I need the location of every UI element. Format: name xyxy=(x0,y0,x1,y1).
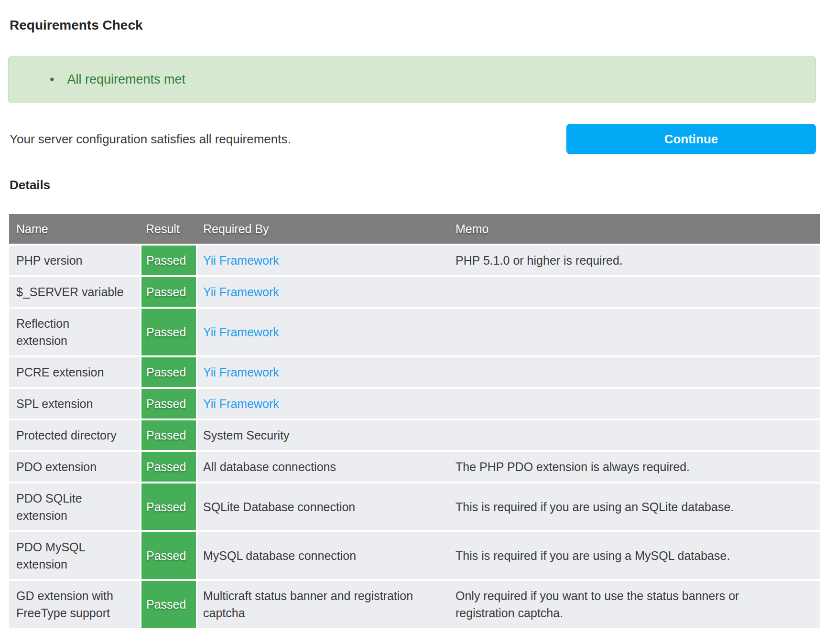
requirement-name-cell: PHP version xyxy=(9,246,140,277)
details-heading: Details xyxy=(10,179,824,192)
requirements-table: Name Result Required By Memo PHP version… xyxy=(9,214,820,630)
memo-cell xyxy=(448,357,820,389)
table-header-row: Name Result Required By Memo xyxy=(9,214,820,246)
memo-cell xyxy=(448,277,820,309)
required-by-cell: Yii Framework xyxy=(197,389,448,420)
required-by-link[interactable]: Yii Framework xyxy=(203,397,279,410)
requirement-name-cell: Protected directory xyxy=(9,420,140,452)
continue-button[interactable]: Continue xyxy=(566,124,816,154)
memo-cell: This is required if you are using an SQL… xyxy=(448,483,820,532)
required-by-text: SQLite Database connection xyxy=(203,500,355,514)
required-by-link[interactable]: Yii Framework xyxy=(203,325,279,339)
result-passed-badge: Passed xyxy=(140,420,197,452)
summary-text: Your server configuration satisfies all … xyxy=(10,132,291,147)
required-by-cell: Yii Framework xyxy=(197,357,448,389)
table-row: PDO MySQL extension Passed MySQL databas… xyxy=(9,532,820,581)
required-by-text: Multicraft status banner and registratio… xyxy=(203,589,413,620)
result-passed-badge: Passed xyxy=(140,389,197,420)
required-by-cell: All database connections xyxy=(197,452,448,483)
required-by-text: All database connections xyxy=(203,460,336,473)
requirement-name-cell: PCRE extension xyxy=(9,357,140,389)
alert-message: All requirements met xyxy=(67,72,185,87)
requirement-name-cell: PDO MySQL extension xyxy=(9,532,140,581)
table-row: PHP version Passed Yii Framework PHP 5.1… xyxy=(9,246,820,277)
required-by-link[interactable]: Yii Framework xyxy=(203,365,279,379)
required-by-cell: SQLite Database connection xyxy=(197,483,448,532)
table-row: $_SERVER variable Passed Yii Framework xyxy=(9,277,820,309)
requirement-name-cell: Reflection extension xyxy=(9,309,140,357)
required-by-text: System Security xyxy=(203,429,290,442)
table-row: SPL extension Passed Yii Framework xyxy=(9,389,820,420)
column-header-required-by: Required By xyxy=(197,214,448,246)
required-by-cell: Yii Framework xyxy=(197,277,448,309)
required-by-cell: Yii Framework xyxy=(197,246,448,277)
memo-cell xyxy=(448,420,820,452)
result-passed-badge: Passed xyxy=(140,452,197,483)
alert-item: • All requirements met xyxy=(50,72,185,87)
column-header-name: Name xyxy=(9,214,140,246)
success-alert: • All requirements met xyxy=(8,56,816,103)
required-by-cell: Yii Framework xyxy=(197,309,448,357)
requirements-check-page: Requirements Check • All requirements me… xyxy=(0,18,824,630)
table-row: PDO SQLite extension Passed SQLite Datab… xyxy=(9,483,820,532)
result-passed-badge: Passed xyxy=(140,246,197,277)
required-by-link[interactable]: Yii Framework xyxy=(203,254,279,267)
table-row: GD extension with FreeType support Passe… xyxy=(9,581,820,630)
required-by-cell: System Security xyxy=(197,420,448,452)
page-title: Requirements Check xyxy=(10,18,824,32)
requirement-name-cell: $_SERVER variable xyxy=(9,277,140,309)
memo-cell: PHP 5.1.0 or higher is required. xyxy=(448,246,820,277)
table-body: PHP version Passed Yii Framework PHP 5.1… xyxy=(9,246,820,630)
result-passed-badge: Passed xyxy=(140,309,197,357)
summary-row: Your server configuration satisfies all … xyxy=(10,124,816,154)
result-passed-badge: Passed xyxy=(140,532,197,581)
bullet-icon: • xyxy=(50,73,54,86)
required-by-cell: MySQL database connection xyxy=(197,532,448,581)
table-row: PDO extension Passed All database connec… xyxy=(9,452,820,483)
memo-cell xyxy=(448,309,820,357)
requirement-name-cell: PDO SQLite extension xyxy=(9,483,140,532)
memo-cell: This is required if you are using a MySQ… xyxy=(448,532,820,581)
requirement-name-cell: SPL extension xyxy=(9,389,140,420)
column-header-memo: Memo xyxy=(448,214,820,246)
result-passed-badge: Passed xyxy=(140,483,197,532)
table-row: PCRE extension Passed Yii Framework xyxy=(9,357,820,389)
memo-cell: The PHP PDO extension is always required… xyxy=(448,452,820,483)
table-row: Reflection extension Passed Yii Framewor… xyxy=(9,309,820,357)
requirement-name-cell: GD extension with FreeType support xyxy=(9,581,140,630)
memo-cell xyxy=(448,389,820,420)
column-header-result: Result xyxy=(140,214,197,246)
result-passed-badge: Passed xyxy=(140,277,197,309)
memo-cell: Only required if you want to use the sta… xyxy=(448,581,820,630)
required-by-cell: Multicraft status banner and registratio… xyxy=(197,581,448,630)
result-passed-badge: Passed xyxy=(140,581,197,630)
table-row: Protected directory Passed System Securi… xyxy=(9,420,820,452)
result-passed-badge: Passed xyxy=(140,357,197,389)
required-by-link[interactable]: Yii Framework xyxy=(203,285,279,299)
requirement-name-cell: PDO extension xyxy=(9,452,140,483)
required-by-text: MySQL database connection xyxy=(203,549,356,562)
